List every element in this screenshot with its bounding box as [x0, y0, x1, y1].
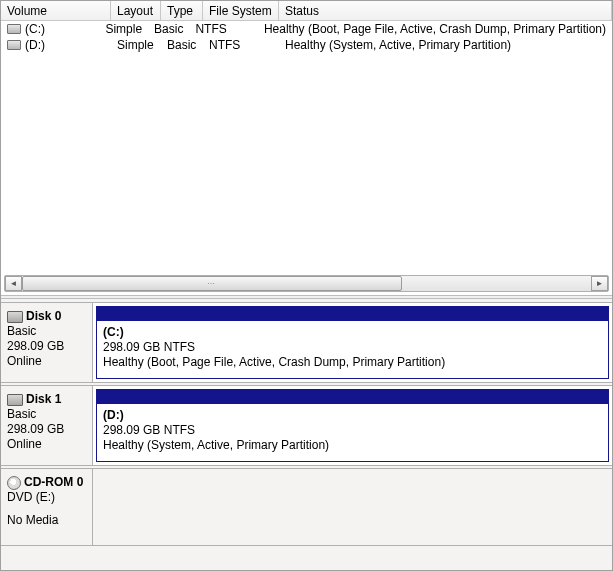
- partition-name: (C:): [103, 325, 602, 340]
- volume-status: Healthy (System, Active, Primary Partiti…: [279, 38, 612, 52]
- partition-sizefs: 298.09 GB NTFS: [103, 340, 602, 355]
- volume-type: Basic: [148, 22, 189, 36]
- column-header-type[interactable]: Type: [161, 1, 203, 21]
- volume-row[interactable]: (C:) Simple Basic NTFS Healthy (Boot, Pa…: [1, 21, 612, 37]
- horizontal-scrollbar[interactable]: ◄ ⋯ ►: [4, 275, 609, 292]
- partition-box[interactable]: (C:) 298.09 GB NTFS Healthy (Boot, Page …: [96, 306, 609, 379]
- scrollbar-track[interactable]: ⋯: [22, 276, 591, 291]
- disk-partition-area: (D:) 298.09 GB NTFS Healthy (System, Act…: [93, 386, 612, 465]
- volume-name-cell: (C:): [1, 22, 99, 36]
- column-header-volume[interactable]: Volume: [1, 1, 111, 21]
- disk-size: 298.09 GB: [7, 339, 86, 354]
- disk-label-block: Disk 1 Basic 298.09 GB Online: [1, 386, 93, 465]
- partition-sizefs: 298.09 GB NTFS: [103, 423, 602, 438]
- scroll-left-button[interactable]: ◄: [5, 276, 22, 291]
- volume-list-pane: Volume Layout Type File System Status (C…: [1, 1, 612, 295]
- disk-state: Online: [7, 354, 86, 369]
- disk-label-block: Disk 0 Basic 298.09 GB Online: [1, 303, 93, 382]
- partition-color-stripe: [97, 390, 608, 404]
- partition-text: (D:) 298.09 GB NTFS Healthy (System, Act…: [97, 404, 608, 461]
- column-header-filesystem[interactable]: File System: [203, 1, 279, 21]
- partition-status: Healthy (System, Active, Primary Partiti…: [103, 438, 602, 453]
- column-header-status[interactable]: Status: [279, 1, 612, 21]
- volume-header-row: Volume Layout Type File System Status: [1, 1, 612, 21]
- volume-layout: Simple: [111, 38, 161, 52]
- disk-type: DVD (E:): [7, 490, 86, 505]
- disk-state: No Media: [7, 513, 86, 528]
- volume-name: (D:): [25, 38, 45, 52]
- volume-type: Basic: [161, 38, 203, 52]
- volume-status: Healthy (Boot, Page File, Active, Crash …: [258, 22, 612, 36]
- disk-title: Disk 0: [26, 309, 61, 323]
- volume-row[interactable]: (D:) Simple Basic NTFS Healthy (System, …: [1, 37, 612, 53]
- disk-size: 298.09 GB: [7, 422, 86, 437]
- volume-name-cell: (D:): [1, 38, 111, 52]
- partition-color-stripe: [97, 307, 608, 321]
- partition-status: Healthy (Boot, Page File, Active, Crash …: [103, 355, 602, 370]
- column-header-layout[interactable]: Layout: [111, 1, 161, 21]
- scrollbar-thumb[interactable]: ⋯: [22, 276, 402, 291]
- disk-partition-area: (C:) 298.09 GB NTFS Healthy (Boot, Page …: [93, 303, 612, 382]
- volume-icon: [7, 24, 21, 34]
- volume-icon: [7, 40, 21, 50]
- disk-type: Basic: [7, 324, 86, 339]
- volume-fs: NTFS: [189, 22, 257, 36]
- cdrom-icon: [7, 476, 21, 490]
- disk-icon: [7, 311, 23, 323]
- scroll-right-button[interactable]: ►: [591, 276, 608, 291]
- disk-title: Disk 1: [26, 392, 61, 406]
- disk-row[interactable]: Disk 1 Basic 298.09 GB Online (D:) 298.0…: [1, 385, 612, 466]
- disk-icon: [7, 394, 23, 406]
- disk-row[interactable]: Disk 0 Basic 298.09 GB Online (C:) 298.0…: [1, 302, 612, 383]
- disk-type: Basic: [7, 407, 86, 422]
- disk-partition-area: [93, 469, 612, 545]
- disk-row[interactable]: CD-ROM 0 DVD (E:) No Media: [1, 468, 612, 546]
- volume-name: (C:): [25, 22, 45, 36]
- spacer: [7, 505, 86, 513]
- disk-label-block: CD-ROM 0 DVD (E:) No Media: [1, 469, 93, 545]
- disk-state: Online: [7, 437, 86, 452]
- volume-layout: Simple: [99, 22, 148, 36]
- disk-title: CD-ROM 0: [24, 475, 83, 489]
- disk-graphical-pane: Disk 0 Basic 298.09 GB Online (C:) 298.0…: [1, 299, 612, 570]
- partition-text: (C:) 298.09 GB NTFS Healthy (Boot, Page …: [97, 321, 608, 378]
- partition-box[interactable]: (D:) 298.09 GB NTFS Healthy (System, Act…: [96, 389, 609, 462]
- volume-fs: NTFS: [203, 38, 279, 52]
- partition-name: (D:): [103, 408, 602, 423]
